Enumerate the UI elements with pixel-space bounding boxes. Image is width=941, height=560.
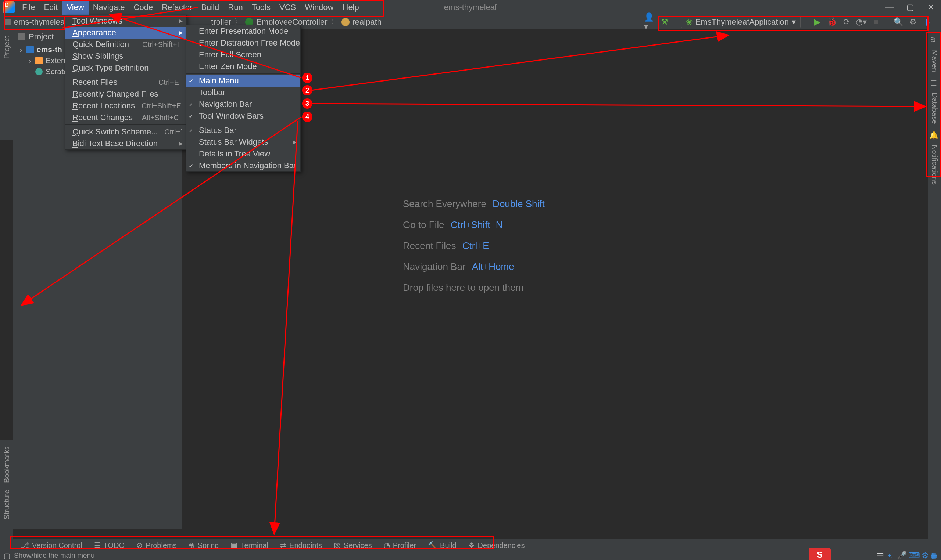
bottom-tool-build[interactable]: 🔨Build xyxy=(422,540,462,551)
sogou-ime-badge[interactable]: S xyxy=(809,548,831,560)
menu-view[interactable]: View xyxy=(62,0,88,15)
maximize-button[interactable]: ▢ xyxy=(900,0,920,15)
menu-run[interactable]: Run xyxy=(224,0,247,15)
menu-item[interactable]: Recently Changed Files xyxy=(65,88,187,100)
menu-edit[interactable]: Edit xyxy=(39,0,62,15)
bottom-tool-dependencies[interactable]: ❖Dependencies xyxy=(463,540,531,551)
module-icon xyxy=(26,46,34,53)
menu-item[interactable]: ✓Main Menu xyxy=(187,75,300,87)
breadcrumb-item[interactable]: realpath xyxy=(353,17,382,27)
stop-button[interactable]: ■ xyxy=(870,16,882,28)
ime-lang[interactable]: 中 xyxy=(876,550,884,560)
run-configuration-selector[interactable]: ❀ EmsThymeleafApplication ▾ xyxy=(681,16,801,28)
menu-window[interactable]: Window xyxy=(300,0,338,15)
bottom-tool-terminal[interactable]: ▣Terminal xyxy=(225,540,274,551)
menu-code[interactable]: Code xyxy=(130,0,158,15)
menu-help[interactable]: Help xyxy=(338,0,363,15)
status-icon: ▢ xyxy=(4,552,10,560)
menu-item[interactable]: Recent FilesCtrl+E xyxy=(65,76,187,88)
ime-settings-icon[interactable]: ⚙ xyxy=(921,551,929,560)
bottom-tool-version control[interactable]: ⎇Version Control xyxy=(15,540,88,551)
menu-item[interactable]: ✓Tool Window Bars xyxy=(187,110,300,122)
menu-refactor[interactable]: Refactor xyxy=(157,0,197,15)
bottom-tool-endpoints[interactable]: ⇄Endpoints xyxy=(274,540,328,551)
tool-icon: ❖ xyxy=(468,541,475,550)
breadcrumb-root[interactable]: ems-thymeleaf xyxy=(14,17,67,27)
vcs-user-icon[interactable]: 👤▾ xyxy=(644,16,656,28)
ime-punct-icon[interactable]: •, xyxy=(888,551,893,560)
run-config-label: EmsThymeleafApplication xyxy=(696,17,789,27)
menu-item[interactable]: Quick DefinitionCtrl+Shift+I xyxy=(65,38,187,50)
menu-item[interactable]: ✓Navigation Bar xyxy=(187,98,300,110)
right-tool-strip: m Maven ☰ Database 🔔 Notifications xyxy=(928,29,941,542)
menu-item[interactable]: Toolbar xyxy=(187,87,300,98)
menu-item[interactable]: Enter Zen Mode xyxy=(187,61,300,72)
minimize-button[interactable]: — xyxy=(879,0,900,15)
debug-button[interactable]: 🐞 xyxy=(826,16,838,28)
menu-tools[interactable]: Tools xyxy=(247,0,275,15)
view-menu-popup: Tool WindowsAppearanceQuick DefinitionCt… xyxy=(65,15,187,150)
bottom-tool-spring[interactable]: ❀Spring xyxy=(183,540,225,551)
menu-item[interactable]: Appearance xyxy=(65,27,187,38)
database-icon: ☰ xyxy=(931,78,938,86)
code-with-me-icon[interactable]: ◗ xyxy=(922,16,934,28)
coverage-button[interactable]: ⟳ xyxy=(841,16,852,28)
appearance-submenu-popup: Enter Presentation ModeEnter Distraction… xyxy=(186,25,301,172)
ime-skin-icon[interactable]: ▦ xyxy=(930,551,938,560)
profile-button[interactable]: ◔▾ xyxy=(855,16,867,28)
menu-item[interactable]: Enter Full Screen xyxy=(187,49,300,61)
project-icon xyxy=(19,34,25,40)
tool-tab-structure[interactable]: Structure xyxy=(3,489,11,519)
menu-item[interactable]: Show Siblings xyxy=(65,50,187,62)
tool-icon: ⇄ xyxy=(280,541,286,550)
menu-item[interactable]: Bidi Text Base Direction xyxy=(65,138,187,149)
menu-item[interactable]: ✓Members in Navigation Bar xyxy=(187,160,300,171)
menu-item[interactable]: Tool Windows xyxy=(65,15,187,27)
intellij-logo-icon xyxy=(3,2,15,13)
caret-right-icon[interactable]: › xyxy=(27,56,32,65)
menu-item[interactable]: ✓Status Bar xyxy=(187,125,300,136)
tool-tab-bookmarks[interactable]: Bookmarks xyxy=(3,446,11,483)
field-icon xyxy=(341,18,350,26)
menu-build[interactable]: Build xyxy=(197,0,224,15)
status-text: Show/hide the main menu xyxy=(14,552,95,560)
tool-tab-notifications[interactable]: Notifications xyxy=(930,145,939,185)
caret-blank xyxy=(27,67,32,76)
left-tool-strip-bottom: Bookmarks Structure xyxy=(0,440,13,542)
run-button[interactable]: ▶ xyxy=(811,16,823,28)
tool-tab-project[interactable]: Project xyxy=(3,36,11,59)
main-toolbar: 👤▾ ⚒ ❀ EmsThymeleafApplication ▾ ▶ 🐞 ⟳ ◔… xyxy=(644,15,934,29)
settings-gear-icon[interactable]: ⚙ xyxy=(907,16,919,28)
bottom-tool-services[interactable]: ▧Services xyxy=(328,540,378,551)
menu-navigate[interactable]: Navigate xyxy=(89,0,130,15)
bottom-tool-profiler[interactable]: ◔Profiler xyxy=(378,540,422,551)
tool-tab-database[interactable]: Database xyxy=(930,92,939,124)
ime-keyboard-icon[interactable]: ⌨ xyxy=(908,551,920,560)
build-hammer-icon[interactable]: ⚒ xyxy=(659,16,671,28)
tool-tab-maven[interactable]: Maven xyxy=(930,50,939,72)
menu-item[interactable]: Details in Tree View xyxy=(187,148,300,160)
menu-item[interactable]: Recent LocationsCtrl+Shift+E xyxy=(65,100,187,112)
bell-icon: 🔔 xyxy=(931,131,938,138)
menu-item[interactable]: Quick Switch Scheme...Ctrl+` xyxy=(65,126,187,138)
tool-icon: ⎇ xyxy=(21,541,29,550)
menu-file[interactable]: File xyxy=(18,0,39,15)
menu-item[interactable]: Enter Presentation Mode xyxy=(187,25,300,37)
tool-icon: ☰ xyxy=(94,541,101,550)
library-icon xyxy=(35,57,43,64)
search-everywhere-icon[interactable]: 🔍 xyxy=(893,16,904,28)
menu-item[interactable]: Quick Type Definition xyxy=(65,62,187,74)
menu-item[interactable]: Recent ChangesAlt+Shift+C xyxy=(65,112,187,123)
tree-label: ems-th xyxy=(37,45,62,54)
bottom-tool-todo[interactable]: ☰TODO xyxy=(88,540,131,551)
caret-right-icon[interactable]: › xyxy=(19,45,23,54)
annotation-badge-4: 4 xyxy=(302,112,312,122)
menu-item[interactable]: Enter Distraction Free Mode xyxy=(187,37,300,49)
close-button[interactable]: ✕ xyxy=(920,0,941,15)
editor-hint: Drop files here to open them xyxy=(403,282,545,294)
menu-item[interactable]: Status Bar Widgets xyxy=(187,136,300,148)
menu-vcs[interactable]: VCS xyxy=(275,0,300,15)
ime-mic-icon[interactable]: 🎤 xyxy=(897,551,907,560)
bottom-tool-problems[interactable]: ⊘Problems xyxy=(131,540,182,551)
left-tool-strip: Project xyxy=(0,29,13,140)
